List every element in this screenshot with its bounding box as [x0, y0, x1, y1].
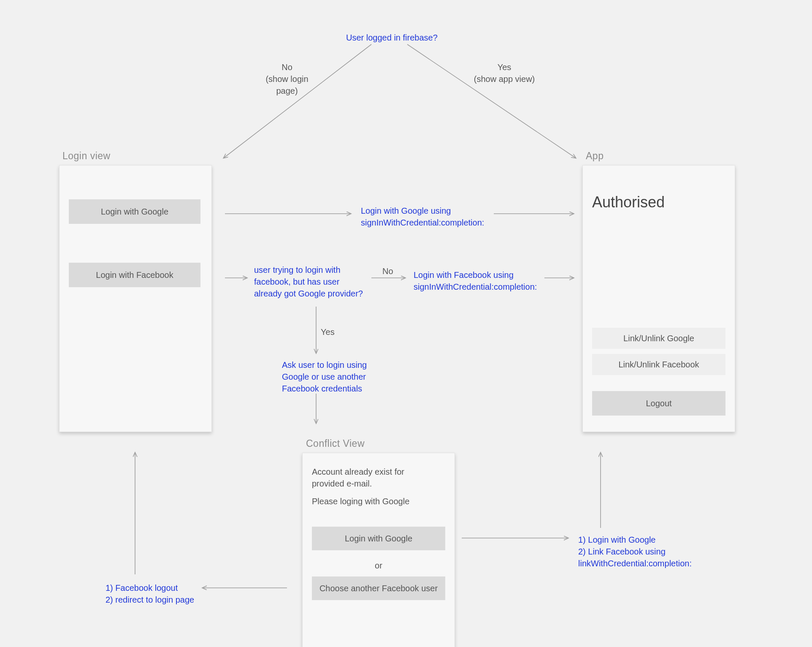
- app-view-panel: Authorised Link/Unlink Google Link/Unlin…: [582, 165, 735, 432]
- conflict-view-panel: Account already exist for provided e-mai…: [302, 453, 455, 647]
- conflict-other-facebook-label: Choose another Facebook user: [319, 584, 438, 593]
- root-question: User logged in firebase?: [346, 32, 438, 43]
- conflict-other-facebook-button[interactable]: Choose another Facebook user: [312, 576, 445, 600]
- link-unlink-google-button[interactable]: Link/Unlink Google: [592, 328, 725, 349]
- flow-facebook-check: user trying to login with facebook, but …: [254, 264, 364, 299]
- logout-label: Logout: [646, 399, 671, 408]
- conflict-view-title: Conflict View: [306, 437, 365, 450]
- conflict-msg-line1: Account already exist for provided e-mai…: [312, 466, 422, 489]
- branch-yes-hint: (show app view): [474, 74, 535, 84]
- link-unlink-facebook-label: Link/Unlink Facebook: [618, 360, 699, 370]
- app-authorised-heading: Authorised: [592, 192, 665, 213]
- login-with-facebook-label: Login with Facebook: [96, 271, 173, 279]
- branch-no-label: No (show login page): [255, 61, 319, 97]
- flow-conflict-prompt: Ask user to login using Google or use an…: [282, 359, 371, 394]
- flow-facebook-check-no: No: [382, 265, 393, 277]
- branch-yes-answer: Yes: [498, 63, 512, 72]
- login-view-title: Login view: [62, 149, 111, 163]
- branch-no-answer: No: [281, 63, 292, 72]
- branch-no-hint: (show login page): [265, 74, 308, 95]
- conflict-outcome-right-1: 1) Login with Google: [578, 535, 655, 544]
- login-with-google-button[interactable]: Login with Google: [69, 199, 200, 224]
- login-view-panel: Login with Google Login with Facebook: [59, 165, 212, 432]
- login-with-google-label: Login with Google: [101, 207, 168, 216]
- login-with-facebook-button[interactable]: Login with Facebook: [69, 263, 200, 287]
- conflict-outcome-right: 1) Login with Google 2) Link Facebook us…: [578, 534, 713, 569]
- conflict-outcome-left: 1) Facebook logout 2) redirect to login …: [106, 582, 215, 606]
- conflict-outcome-left-2: 2) redirect to login page: [106, 595, 194, 604]
- conflict-msg-line2: Please loging with Google: [312, 495, 438, 507]
- link-unlink-google-label: Link/Unlink Google: [623, 334, 694, 343]
- logout-button[interactable]: Logout: [592, 391, 725, 416]
- conflict-login-with-google-button[interactable]: Login with Google: [312, 527, 445, 550]
- flow-facebook-login-action: Login with Facebook using signInWithCred…: [414, 269, 540, 293]
- conflict-login-with-google-label: Login with Google: [345, 534, 412, 543]
- conflict-outcome-left-1: 1) Facebook logout: [106, 583, 178, 593]
- conflict-or-label: or: [303, 560, 455, 571]
- link-unlink-facebook-button[interactable]: Link/Unlink Facebook: [592, 354, 725, 375]
- flow-google-login-action: Login with Google using signInWithCreden…: [361, 205, 487, 228]
- branch-yes-label: Yes (show app view): [471, 61, 538, 85]
- conflict-outcome-right-2: 2) Link Facebook using linkWithCredentia…: [578, 547, 692, 568]
- app-view-title: App: [586, 149, 604, 163]
- flow-facebook-check-yes: Yes: [321, 326, 335, 338]
